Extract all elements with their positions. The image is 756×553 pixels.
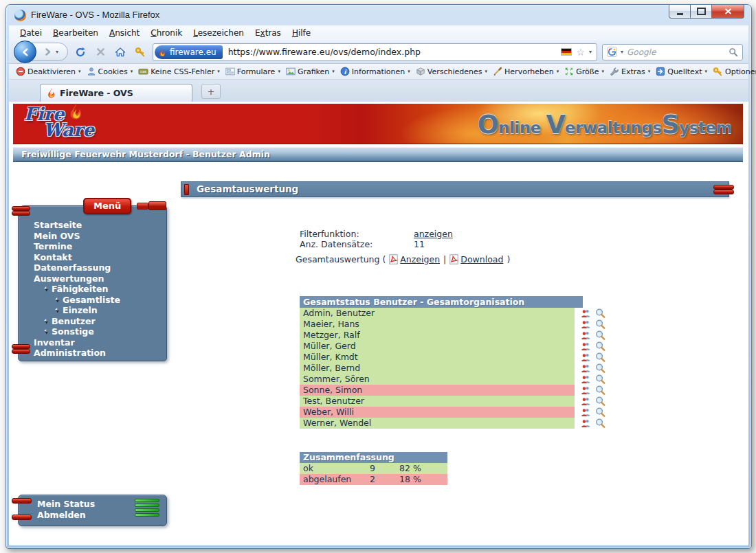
devbar-item-gr-e[interactable]: Größe▾	[563, 66, 605, 77]
url-bar[interactable]: fireware.eu https://www.fireware.eu/ovs/…	[153, 43, 597, 61]
sidebar-item-gesamtliste[interactable]: Gesamtliste	[54, 295, 120, 306]
sidebar-item-startseite[interactable]: Startseite	[34, 220, 120, 231]
pdf-view-link[interactable]: Anzeigen	[389, 254, 440, 264]
sidebar-item-inventar[interactable]: Inventar	[34, 337, 120, 348]
users-icon[interactable]	[581, 330, 591, 340]
home-button[interactable]	[113, 47, 128, 58]
users-icon[interactable]	[581, 418, 591, 428]
images-icon	[286, 67, 296, 76]
users-icon[interactable]	[581, 407, 591, 417]
maximize-button[interactable]	[690, 5, 712, 19]
reload-button[interactable]	[73, 47, 88, 58]
sidebar-item-auswertungen[interactable]: Auswertungen	[34, 273, 120, 284]
menu-tab[interactable]: Menü	[83, 198, 131, 214]
url-text[interactable]: https://www.fireware.eu/ovs/demo/index.p…	[223, 47, 562, 57]
devbar-item-grafiken[interactable]: Grafiken▾	[285, 66, 336, 77]
minimize-button[interactable]	[669, 5, 691, 19]
devbar-item-verschiedenes[interactable]: Verschiedenes▾	[414, 66, 489, 77]
urlbar-dropdown-caret[interactable]: ▾	[589, 49, 592, 55]
menubar-item-hilfe[interactable]: Hilfe	[287, 27, 316, 39]
users-icon[interactable]	[581, 352, 591, 362]
magnifier-icon[interactable]	[594, 319, 606, 330]
dropdown-caret-icon: ▾	[408, 69, 410, 74]
table-cell-name: Test, Benutzer	[300, 396, 575, 407]
summary-percent: 18 %	[399, 474, 447, 485]
page-title: Gesamtauswertung	[197, 183, 298, 194]
pdf-download-label: Download	[460, 254, 503, 264]
users-icon[interactable]	[581, 319, 591, 329]
devbar-item-extras[interactable]: Extras▾	[608, 66, 652, 77]
menubar-item-lesezeichen[interactable]: Lesezeichen	[188, 27, 249, 39]
pdf-download-link[interactable]: Download	[449, 254, 503, 264]
page-viewport: Fire Ware Online VerwaltungsSystem Freiw…	[9, 102, 748, 545]
bookmark-star-icon[interactable]: ☆	[576, 47, 585, 57]
sidebar-item-termine[interactable]: Termine	[34, 241, 120, 252]
devbar-item-informationen[interactable]: iInformationen▾	[339, 66, 412, 77]
magnifier-icon[interactable]	[594, 396, 606, 407]
magnifier-icon[interactable]	[594, 374, 606, 385]
menubar-item-datei[interactable]: Datei	[14, 27, 47, 39]
menubar-item-extras[interactable]: Extras	[249, 27, 287, 39]
sidebar-item-kontakt[interactable]: Kontakt	[34, 252, 120, 263]
users-icon[interactable]	[581, 374, 591, 384]
magnifier-icon[interactable]	[594, 418, 606, 429]
magnifier-icon[interactable]	[594, 330, 606, 341]
devbar-item-hervorheben[interactable]: Hervorheben▾	[491, 66, 560, 77]
stop-button[interactable]	[93, 47, 108, 57]
menubar-item-ansicht[interactable]: Ansicht	[104, 27, 145, 39]
dropdown-caret-icon: ▾	[131, 69, 133, 74]
devbar-item-formulare[interactable]: Formulare▾	[224, 66, 282, 77]
summary-label: ok	[300, 463, 370, 474]
keyring-button[interactable]	[133, 47, 148, 58]
menubar-item-bearbeiten[interactable]: Bearbeiten	[47, 27, 104, 39]
close-button[interactable]	[711, 5, 744, 19]
sidebar-item-sonstige[interactable]: Sonstige	[43, 326, 120, 337]
table-row: Admin, Benutzer	[300, 308, 612, 319]
magnifier-icon[interactable]	[594, 308, 606, 319]
users-icon[interactable]	[581, 308, 591, 318]
red-bar-decoration	[713, 190, 734, 194]
sidebar-item-datenerfassung[interactable]: Datenerfassung	[34, 262, 120, 273]
sidebar-item-f-higkeiten[interactable]: Fähigkeiten	[43, 284, 120, 295]
table-cell-name: Metzger, Ralf	[300, 330, 575, 341]
status-table: Gesamtstatus Benutzer - Gesamtorganisati…	[300, 296, 612, 429]
sidebar-item-einzeln[interactable]: Einzeln	[54, 305, 120, 316]
search-input[interactable]: Google	[627, 47, 725, 57]
magnifier-icon[interactable]	[594, 363, 606, 374]
magnifier-icon[interactable]	[594, 352, 606, 363]
back-button[interactable]	[14, 41, 36, 63]
search-engine-caret[interactable]: ▾	[621, 49, 623, 55]
table-cell-name: Sonne, Simon	[300, 385, 575, 396]
search-box[interactable]: ▾ Google	[602, 44, 743, 60]
forward-button[interactable]	[40, 47, 55, 56]
search-icon[interactable]	[729, 47, 738, 57]
devbar-item-cookies[interactable]: Cookies▾	[85, 66, 135, 77]
devbar-item-keine-css-fehler[interactable]: cssKeine CSS-Fehler▾	[137, 66, 221, 77]
new-tab-button[interactable]: +	[201, 84, 221, 99]
devbar-item-deaktivieren[interactable]: Deaktivieren▾	[14, 66, 82, 77]
menubar-item-chronik[interactable]: Chronik	[145, 27, 188, 39]
red-bar-decoration	[12, 211, 30, 216]
magnifier-icon[interactable]	[594, 407, 606, 418]
users-icon[interactable]	[581, 396, 591, 406]
users-icon[interactable]	[581, 341, 591, 351]
site-identity-button[interactable]: fireware.eu	[155, 45, 223, 59]
my-status-link[interactable]: Mein Status	[37, 499, 95, 510]
devbar-item-optionen[interactable]: Optionen▾	[711, 66, 756, 78]
users-icon[interactable]	[581, 385, 591, 395]
sidebar-item-benutzer[interactable]: Benutzer	[43, 316, 120, 327]
sidebar-item-administration[interactable]: Administration	[34, 348, 120, 359]
magnifier-icon[interactable]	[594, 341, 606, 352]
users-icon[interactable]	[581, 363, 591, 373]
table-cell-name: Admin, Benutzer	[300, 308, 575, 319]
banner-title: Online VerwaltungsSystem	[478, 110, 732, 139]
history-dropdown-caret[interactable]: ▾	[56, 49, 58, 55]
filter-show-link[interactable]: anzeigen	[414, 229, 453, 239]
devbar-item-quelltext[interactable]: Quelltext▾	[654, 66, 709, 77]
magnifier-icon[interactable]	[594, 385, 606, 396]
logout-link[interactable]: Abmelden	[37, 510, 95, 521]
sidebar-item-mein-ovs[interactable]: Mein OVS	[34, 231, 120, 242]
title-bar[interactable]: FireWare - OVS - Mozilla Firefox	[6, 5, 751, 25]
tab-fireware-ovs[interactable]: FireWare - OVS	[40, 84, 192, 102]
red-bar-decoration	[12, 515, 32, 520]
